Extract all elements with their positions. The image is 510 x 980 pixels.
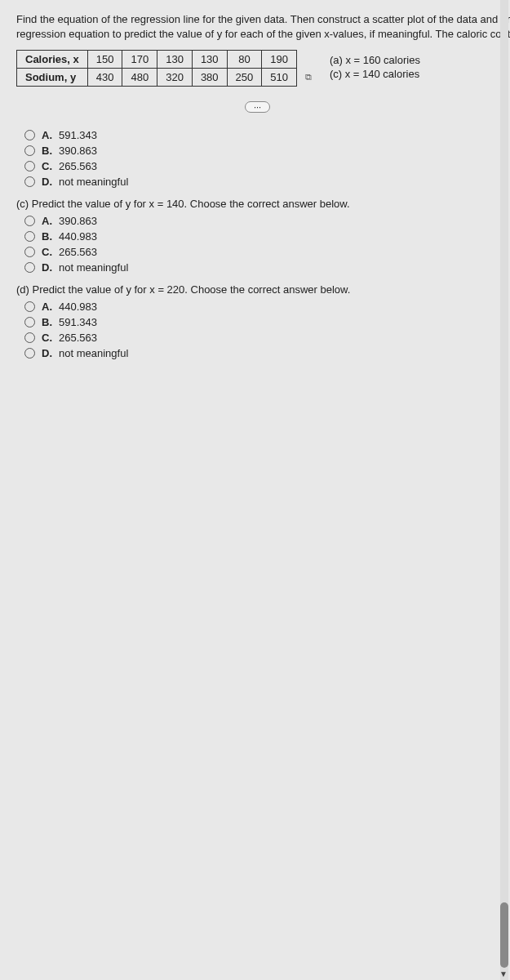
question-c: (c) Predict the value of y for x = 140. …: [16, 198, 510, 274]
predictions-list: (a) x = 160 calories (c) x = 140 calorie…: [330, 54, 510, 82]
pred-col-left: (a) x = 160 calories (c) x = 140 calorie…: [330, 54, 420, 82]
option-row[interactable]: C. 265.563: [24, 332, 510, 344]
table-row: Calories, x 150 170 130 130 80 190: [17, 51, 297, 69]
option-letter: B.: [42, 145, 52, 157]
option-row[interactable]: B. 591.343: [24, 316, 510, 328]
option-row[interactable]: C. 265.563: [24, 160, 510, 172]
option-letter: C.: [42, 246, 52, 258]
option-value: not meaningful: [59, 347, 128, 359]
question-c-text: (c) Predict the value of y for x = 140. …: [16, 198, 510, 210]
intro-text: Find the equation of the regression line…: [16, 12, 510, 42]
scrollbar[interactable]: ▼: [500, 0, 508, 510]
option-row[interactable]: A. 440.983: [24, 301, 510, 313]
option-value: not meaningful: [59, 261, 128, 274]
radio-icon[interactable]: [24, 161, 35, 172]
table-cell: 320: [157, 69, 193, 87]
option-row[interactable]: B. 390.863: [24, 145, 510, 157]
option-row[interactable]: D. not meaningful: [24, 261, 510, 274]
table-cell: 250: [227, 69, 262, 87]
option-letter: A.: [42, 129, 52, 141]
option-letter: A.: [42, 301, 52, 313]
option-value: 440.983: [59, 230, 97, 243]
table-cell: 130: [157, 51, 193, 69]
calories-label: Calories, x: [17, 51, 88, 69]
content-row: Calories, x 150 170 130 130 80 190 Sodiu…: [16, 50, 510, 82]
radio-icon[interactable]: [24, 216, 35, 226]
radio-icon[interactable]: [24, 145, 35, 156]
radio-icon[interactable]: [24, 176, 35, 187]
data-table-container: Calories, x 150 170 130 130 80 190 Sodiu…: [16, 50, 297, 82]
option-row[interactable]: A. 591.343: [24, 129, 510, 141]
option-letter: A.: [42, 215, 52, 227]
radio-icon[interactable]: [24, 317, 35, 327]
option-letter: C.: [42, 332, 52, 344]
radio-icon[interactable]: [24, 301, 35, 312]
pred-c: (c) x = 140 calories: [330, 68, 420, 80]
option-value: not meaningful: [59, 176, 128, 188]
option-value: 265.563: [59, 332, 97, 344]
option-value: 265.563: [59, 160, 97, 172]
sodium-label: Sodium, y: [17, 69, 88, 87]
option-value: 390.863: [59, 215, 97, 227]
option-row[interactable]: B. 440.983: [24, 230, 510, 243]
option-letter: C.: [42, 160, 52, 172]
option-value: 390.863: [59, 145, 97, 157]
question-d-text: (d) Predict the value of y for x = 220. …: [16, 283, 510, 296]
option-letter: D.: [42, 261, 52, 274]
radio-icon[interactable]: [24, 332, 35, 343]
table-cell: 170: [122, 51, 157, 69]
radio-icon[interactable]: [24, 247, 35, 257]
table-cell: 510: [262, 69, 297, 87]
radio-icon[interactable]: [24, 130, 35, 140]
table-cell: 80: [227, 51, 262, 69]
option-value: 440.983: [59, 301, 97, 313]
pred-a: (a) x = 160 calories: [330, 54, 420, 66]
table-cell: 190: [262, 51, 297, 69]
radio-icon[interactable]: [24, 348, 35, 359]
table-cell: 430: [87, 69, 122, 87]
radio-icon[interactable]: [24, 231, 35, 242]
ellipsis-button[interactable]: ···: [245, 101, 270, 113]
table-cell: 380: [192, 69, 227, 87]
group-b-options: A. 591.343 B. 390.863 C. 265.563 D. not …: [16, 129, 510, 188]
option-row[interactable]: A. 390.863: [24, 215, 510, 227]
table-cell: 130: [192, 51, 227, 69]
option-letter: D.: [42, 347, 52, 359]
question-d: (d) Predict the value of y for x = 220. …: [16, 283, 510, 359]
option-row[interactable]: D. not meaningful: [24, 347, 510, 359]
copy-icon[interactable]: ⧉: [305, 72, 312, 82]
radio-icon[interactable]: [24, 262, 35, 273]
option-value: 591.343: [59, 316, 97, 328]
option-value: 591.343: [59, 129, 97, 141]
data-table: Calories, x 150 170 130 130 80 190 Sodiu…: [16, 50, 297, 87]
option-row[interactable]: D. not meaningful: [24, 176, 510, 188]
option-letter: D.: [42, 176, 52, 188]
table-cell: 480: [122, 69, 157, 87]
option-letter: B.: [42, 316, 52, 328]
table-cell: 150: [87, 51, 122, 69]
option-row[interactable]: C. 265.563: [24, 246, 510, 258]
option-letter: B.: [42, 230, 52, 243]
table-row: Sodium, y 430 480 320 380 250 510: [17, 69, 297, 87]
option-value: 265.563: [59, 246, 97, 258]
